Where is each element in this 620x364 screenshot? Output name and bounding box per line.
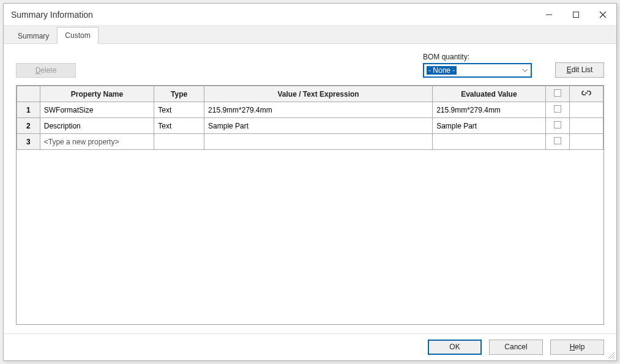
tab-content: Delete BOM quantity: - None - Edit List	[4, 44, 616, 333]
header-checkbox[interactable]	[554, 89, 561, 97]
col-type[interactable]: Type	[154, 86, 204, 102]
tab-custom[interactable]: Custom	[57, 27, 98, 44]
ok-button[interactable]: OK	[428, 340, 482, 355]
col-value[interactable]: Value / Text Expression	[204, 86, 433, 102]
chevron-down-icon	[522, 69, 528, 72]
row-checkbox[interactable]	[554, 121, 561, 128]
close-button[interactable]	[589, 4, 616, 26]
cell-value[interactable]	[204, 134, 433, 150]
table-row[interactable]: 2 Description Text Sample Part Sample Pa…	[17, 118, 603, 134]
cell-checkbox[interactable]	[545, 134, 570, 150]
row-number: 3	[17, 134, 40, 150]
table-header-row: Property Name Type Value / Text Expressi…	[17, 86, 603, 102]
table-row[interactable]: 1 SWFormatSize Text 215.9mm*279.4mm 215.…	[17, 102, 603, 118]
svg-rect-1	[573, 12, 579, 17]
tab-strip: Summary Custom	[4, 26, 616, 44]
link-icon	[581, 89, 591, 97]
cell-property-name[interactable]: SWFormatSize	[40, 102, 154, 118]
cell-type[interactable]: Text	[154, 118, 204, 134]
bom-quantity-select[interactable]: - None -	[423, 63, 532, 78]
cell-evaluated: Sample Part	[433, 118, 545, 134]
cell-link[interactable]	[570, 118, 603, 134]
delete-button[interactable]: Delete	[16, 63, 76, 78]
minimize-button[interactable]	[536, 4, 562, 26]
cancel-button[interactable]: Cancel	[489, 340, 543, 355]
cell-evaluated: 215.9mm*279.4mm	[433, 102, 545, 118]
properties-table: Property Name Type Value / Text Expressi…	[17, 86, 603, 150]
dialog-button-row: OK Cancel Help	[4, 333, 616, 360]
edit-list-button[interactable]: Edit List	[555, 62, 604, 78]
row-checkbox[interactable]	[554, 137, 561, 144]
col-evaluated[interactable]: Evaluated Value	[433, 86, 545, 102]
cell-link[interactable]	[570, 134, 603, 150]
bom-quantity-value: - None -	[427, 66, 457, 75]
row-number: 2	[17, 118, 40, 134]
row-number: 1	[17, 102, 40, 118]
col-link[interactable]	[570, 86, 603, 102]
window-title: Summary Information	[11, 10, 536, 20]
col-rownum[interactable]	[17, 86, 40, 102]
col-checkbox[interactable]	[545, 86, 570, 102]
close-icon	[599, 11, 607, 18]
svg-line-7	[613, 357, 614, 358]
summary-information-dialog: Summary Information Summary Custom Delet…	[3, 3, 617, 361]
cell-type[interactable]: Text	[154, 102, 204, 118]
bom-quantity-label: BOM quantity:	[423, 53, 532, 61]
maximize-button[interactable]	[562, 4, 589, 26]
cell-evaluated	[433, 134, 545, 150]
bom-quantity-group: BOM quantity: - None -	[423, 53, 532, 78]
minimize-icon	[545, 11, 553, 18]
maximize-icon	[572, 11, 580, 18]
titlebar: Summary Information	[4, 4, 616, 26]
col-property-name[interactable]: Property Name	[40, 86, 154, 102]
cell-property-name[interactable]: Description	[40, 118, 154, 134]
table-row-new[interactable]: 3 <Type a new property>	[17, 134, 603, 150]
tab-summary[interactable]: Summary	[10, 28, 57, 44]
cell-value[interactable]: 215.9mm*279.4mm	[204, 102, 433, 118]
top-toolbar: Delete BOM quantity: - None - Edit List	[16, 53, 604, 78]
cell-checkbox[interactable]	[545, 102, 570, 118]
help-button[interactable]: Help	[550, 340, 604, 355]
cell-property-name-new[interactable]: <Type a new property>	[40, 134, 154, 150]
cell-type[interactable]	[154, 134, 204, 150]
resize-grip-icon[interactable]	[607, 351, 615, 359]
cell-checkbox[interactable]	[545, 118, 570, 134]
cell-value[interactable]: Sample Part	[204, 118, 433, 134]
row-checkbox[interactable]	[554, 105, 561, 113]
properties-table-container: Property Name Type Value / Text Expressi…	[16, 85, 604, 325]
cell-link[interactable]	[570, 102, 603, 118]
